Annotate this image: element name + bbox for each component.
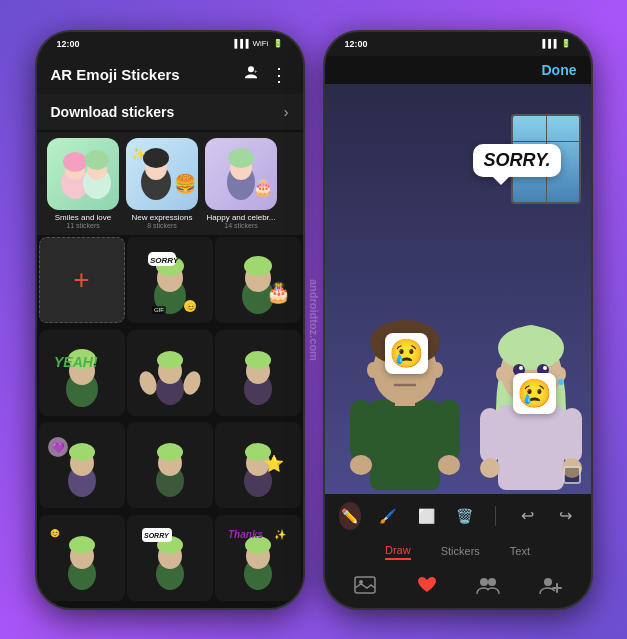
svg-point-104 xyxy=(544,578,552,586)
svg-text:😊: 😊 xyxy=(50,528,60,538)
editor-tabs: Draw Stickers Text xyxy=(325,538,591,566)
add-plus-icon: + xyxy=(73,264,89,296)
svg-rect-97 xyxy=(562,408,582,463)
clear-tool[interactable]: 🗑️ xyxy=(453,502,475,530)
app-header: AR Emoji Stickers + ⋮ xyxy=(37,56,303,94)
svg-text:🍔: 🍔 xyxy=(174,173,197,195)
sticker-cell-wave[interactable] xyxy=(127,330,213,416)
svg-point-0 xyxy=(248,66,254,72)
svg-point-102 xyxy=(480,578,488,586)
svg-text:⭐: ⭐ xyxy=(264,454,284,473)
svg-point-15 xyxy=(228,148,254,168)
sticker-pack-new[interactable]: 🍔 ✨ New expressions 8 stickers xyxy=(126,138,199,230)
resize-handle[interactable] xyxy=(563,466,581,484)
sticker-cell-pose3[interactable]: ⭐ xyxy=(215,422,301,508)
pack-thumb-happy: 🎂 xyxy=(205,138,277,210)
more-icon[interactable]: ⋮ xyxy=(270,64,289,86)
male-character xyxy=(345,270,465,494)
svg-text:✨: ✨ xyxy=(131,146,146,161)
new-illustration: 🍔 ✨ xyxy=(126,138,198,210)
sticker-cell-thanks[interactable]: Thanks ✨ xyxy=(215,515,301,601)
toolbar-divider xyxy=(495,506,496,526)
svg-point-37 xyxy=(136,369,159,397)
sticker-cell-cake[interactable]: 🎂 xyxy=(215,237,301,323)
svg-point-90 xyxy=(556,367,566,381)
person-icon[interactable]: + xyxy=(242,64,260,86)
pack-count-happy: 14 stickers xyxy=(224,222,257,229)
pencil-tool[interactable]: ✏️ xyxy=(339,502,361,530)
svg-text:😊: 😊 xyxy=(186,302,196,312)
gallery-nav-icon[interactable] xyxy=(349,572,381,598)
sticker-cell-yeah[interactable]: YEAH! xyxy=(39,330,125,416)
svg-text:🎂: 🎂 xyxy=(266,280,291,304)
tab-text[interactable]: Text xyxy=(510,543,530,559)
svg-point-74 xyxy=(431,362,443,378)
sticker-cell-sorry-gif[interactable]: SORRY GIF 😊 xyxy=(127,237,213,323)
sticker-grid: + SORRY GIF 😊 xyxy=(37,235,303,607)
pack-thumb-new: 🍔 ✨ xyxy=(126,138,198,210)
pack-count-new: 8 stickers xyxy=(147,222,177,229)
svg-text:✨: ✨ xyxy=(274,528,287,541)
time-label: 12:00 xyxy=(57,39,80,49)
sticker-cell-sorry3[interactable]: SORRY xyxy=(127,515,213,601)
phones-container: 12:00 ▐▐▐ WiFi 🔋 AR Emoji Stickers + xyxy=(35,30,593,610)
svg-point-88 xyxy=(498,326,564,370)
drawing-toolbar: ✏️ 🖌️ ⬜ 🗑️ ↩ ↪ xyxy=(325,494,591,538)
pack-name-smiles: Smiles and love xyxy=(55,213,111,223)
scene-emoji-right[interactable]: 😢 xyxy=(513,373,556,414)
happy-illustration: 🎂 xyxy=(205,138,277,210)
add-sticker-cell[interactable]: + xyxy=(39,237,125,323)
svg-rect-68 xyxy=(370,400,440,490)
done-button[interactable]: Done xyxy=(542,62,577,78)
brush-tool[interactable]: 🖌️ xyxy=(377,502,399,530)
svg-rect-80 xyxy=(350,400,372,460)
sorry-speech-bubble: SORRY. xyxy=(473,144,560,177)
scene-emoji-left[interactable]: 😢 xyxy=(385,333,428,374)
signal-icon: ▐▐▐ xyxy=(231,39,248,48)
svg-point-89 xyxy=(496,367,506,381)
svg-point-98 xyxy=(480,458,500,478)
svg-point-82 xyxy=(350,455,372,475)
svg-text:🎂: 🎂 xyxy=(253,178,273,197)
battery-icon-right: 🔋 xyxy=(561,39,571,48)
sticker-cell-pose1[interactable]: 💜 xyxy=(39,422,125,508)
app-title: AR Emoji Stickers xyxy=(51,66,180,83)
pack-thumb-smiles xyxy=(47,138,119,210)
sticker-cell-pose2[interactable] xyxy=(127,422,213,508)
svg-point-10 xyxy=(143,148,169,168)
watermark: androidtoz.com xyxy=(308,279,320,361)
download-row[interactable]: Download stickers › xyxy=(37,94,303,130)
redo-button[interactable]: ↪ xyxy=(554,502,576,530)
svg-point-103 xyxy=(488,578,496,586)
svg-text:SORRY: SORRY xyxy=(144,532,170,539)
status-icons: ▐▐▐ WiFi 🔋 xyxy=(231,39,282,48)
right-phone: 12:00 ▐▐▐ 🔋 Done SORRY. xyxy=(323,30,593,610)
eraser-tool[interactable]: ⬜ xyxy=(415,502,437,530)
sticker-cell-sorry2[interactable]: 😊 xyxy=(39,515,125,601)
left-screen: 12:00 ▐▐▐ WiFi 🔋 AR Emoji Stickers + xyxy=(37,32,303,608)
people-nav-icon[interactable] xyxy=(472,572,504,598)
male-char-svg xyxy=(345,270,465,490)
svg-text:+: + xyxy=(254,68,258,74)
svg-text:GIF: GIF xyxy=(154,307,164,313)
undo-button[interactable]: ↩ xyxy=(516,502,538,530)
pack-name-new: New expressions xyxy=(132,213,193,223)
svg-point-95 xyxy=(543,366,547,370)
status-bar-right: 12:00 ▐▐▐ 🔋 xyxy=(325,32,591,56)
battery-icon: 🔋 xyxy=(273,39,283,48)
download-label: Download stickers xyxy=(51,104,175,120)
sticker-pack-happy[interactable]: 🎂 Happy and celebr... 14 stickers xyxy=(205,138,278,230)
sticker-pack-smiles[interactable]: Smiles and love 11 stickers xyxy=(47,138,120,230)
svg-point-94 xyxy=(519,366,523,370)
status-icons-right: ▐▐▐ 🔋 xyxy=(539,39,570,48)
svg-point-91 xyxy=(558,379,564,385)
person-add-nav-icon[interactable] xyxy=(534,572,566,598)
sticker-cell-hands[interactable] xyxy=(215,330,301,416)
tab-stickers[interactable]: Stickers xyxy=(441,543,480,559)
tab-draw[interactable]: Draw xyxy=(385,542,411,560)
sticker-packs-row: Smiles and love 11 stickers 🍔 xyxy=(37,132,303,236)
heart-nav-icon[interactable] xyxy=(411,572,443,598)
svg-point-36 xyxy=(157,351,183,369)
svg-point-38 xyxy=(180,369,203,397)
status-bar-left: 12:00 ▐▐▐ WiFi 🔋 xyxy=(37,32,303,56)
